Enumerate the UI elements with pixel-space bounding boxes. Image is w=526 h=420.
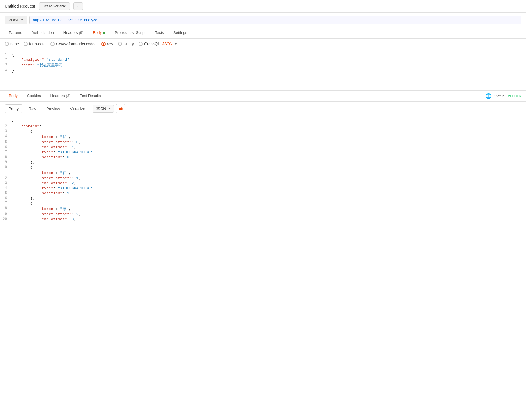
set-as-variable-button[interactable]: Set as variable bbox=[39, 2, 70, 10]
response-tab-cookies[interactable]: Cookies bbox=[23, 91, 45, 101]
resp-line-9: 9 }, bbox=[0, 160, 526, 165]
method-select[interactable]: POST bbox=[5, 16, 27, 24]
tab-headers[interactable]: Headers (9) bbox=[59, 27, 88, 38]
tab-settings[interactable]: Settings bbox=[169, 27, 191, 38]
request-body-editor[interactable]: 1 { 2 "analyzer":"standard", 3 "text":"我… bbox=[0, 49, 526, 91]
response-status: 🌐 Status: 200 OK bbox=[486, 93, 521, 99]
resp-line-6: 6 "end_offset": 1, bbox=[0, 145, 526, 150]
response-tabs: Body Cookies Headers (3) Test Results 🌐 … bbox=[0, 91, 526, 102]
code-line-4: 4 } bbox=[0, 68, 526, 73]
radio-raw bbox=[101, 42, 106, 46]
response-tab-headers[interactable]: Headers (3) bbox=[46, 91, 75, 101]
status-value: 200 OK bbox=[508, 94, 521, 98]
json-format-dropdown[interactable]: JSON bbox=[162, 42, 177, 46]
resp-line-19: 19 "start_offset": 2, bbox=[0, 212, 526, 217]
format-raw[interactable]: Raw bbox=[25, 104, 40, 113]
globe-icon: 🌐 bbox=[486, 93, 492, 99]
response-body: 1 { 2 "tokens": [ 3 { 4 "token": "我", 5 … bbox=[0, 116, 526, 225]
request-tabs: Params Authorization Headers (9) Body Pr… bbox=[0, 27, 526, 39]
body-type-form-data[interactable]: form-data bbox=[24, 42, 46, 46]
radio-binary bbox=[118, 42, 122, 46]
response-format-dropdown[interactable]: JSON bbox=[93, 105, 114, 113]
resp-line-8: 8 "position": 0 bbox=[0, 155, 526, 160]
resp-line-2: 2 "tokens": [ bbox=[0, 124, 526, 129]
resp-line-20: 20 "end_offset": 3, bbox=[0, 217, 526, 222]
format-visualize[interactable]: Visualize bbox=[66, 104, 89, 113]
resp-line-13: 13 "end_offset": 2, bbox=[0, 181, 526, 186]
radio-urlencoded bbox=[50, 42, 55, 46]
resp-line-12: 12 "start_offset": 1, bbox=[0, 176, 526, 181]
tab-pre-request[interactable]: Pre-request Script bbox=[111, 27, 150, 38]
resp-line-16: 16 }, bbox=[0, 196, 526, 201]
response-format-dropdown-icon bbox=[108, 108, 111, 109]
body-type-row: none form-data x-www-form-urlencoded raw… bbox=[0, 39, 526, 49]
resp-line-11: 11 "token": "在", bbox=[0, 170, 526, 176]
body-active-dot bbox=[103, 32, 105, 34]
body-type-none[interactable]: none bbox=[5, 42, 19, 46]
resp-line-17: 17 { bbox=[0, 201, 526, 206]
tab-params[interactable]: Params bbox=[5, 27, 26, 38]
format-pretty[interactable]: Pretty bbox=[5, 104, 22, 113]
response-tab-body[interactable]: Body bbox=[5, 91, 22, 101]
code-line-1: 1 { bbox=[0, 52, 526, 57]
body-type-graphql[interactable]: GraphQL bbox=[139, 42, 160, 46]
resp-line-5: 5 "start_offset": 0, bbox=[0, 140, 526, 145]
top-bar: Untitled Request Set as variable ··· bbox=[0, 0, 526, 13]
radio-form-data bbox=[24, 42, 28, 46]
resp-line-3: 3 { bbox=[0, 129, 526, 134]
resp-line-4: 4 "token": "我", bbox=[0, 134, 526, 140]
method-label: POST bbox=[9, 18, 19, 22]
radio-graphql bbox=[139, 42, 143, 46]
body-type-urlencoded[interactable]: x-www-form-urlencoded bbox=[50, 42, 97, 46]
radio-none bbox=[5, 42, 9, 46]
tab-body[interactable]: Body bbox=[89, 27, 109, 38]
format-preview[interactable]: Preview bbox=[42, 104, 64, 113]
body-type-raw[interactable]: raw bbox=[101, 42, 113, 46]
resp-line-14: 14 "type": "<IDEOGRAPHIC>", bbox=[0, 186, 526, 191]
request-title: Untitled Request bbox=[5, 4, 35, 9]
method-dropdown-icon bbox=[21, 19, 23, 21]
resp-line-10: 10 { bbox=[0, 165, 526, 170]
resp-line-7: 7 "type": "<IDEOGRAPHIC>", bbox=[0, 150, 526, 155]
resp-line-15: 15 "position": 1 bbox=[0, 191, 526, 196]
json-dropdown-icon bbox=[175, 43, 177, 45]
code-line-3: 3 "text":"我在家里学习" bbox=[0, 62, 526, 68]
body-type-binary[interactable]: binary bbox=[118, 42, 134, 46]
url-bar: POST bbox=[0, 13, 526, 27]
more-options-button[interactable]: ··· bbox=[73, 2, 83, 10]
response-format-bar: Pretty Raw Preview Visualize JSON ⇄ bbox=[0, 102, 526, 116]
resp-line-1: 1 { bbox=[0, 119, 526, 124]
response-tab-test-results[interactable]: Test Results bbox=[76, 91, 105, 101]
code-line-2: 2 "analyzer":"standard", bbox=[0, 57, 526, 62]
wrap-button[interactable]: ⇄ bbox=[116, 104, 125, 113]
tab-authorization[interactable]: Authorization bbox=[27, 27, 58, 38]
resp-line-18: 18 "token": "家", bbox=[0, 206, 526, 212]
url-input[interactable] bbox=[29, 16, 521, 24]
tab-tests[interactable]: Tests bbox=[151, 27, 168, 38]
